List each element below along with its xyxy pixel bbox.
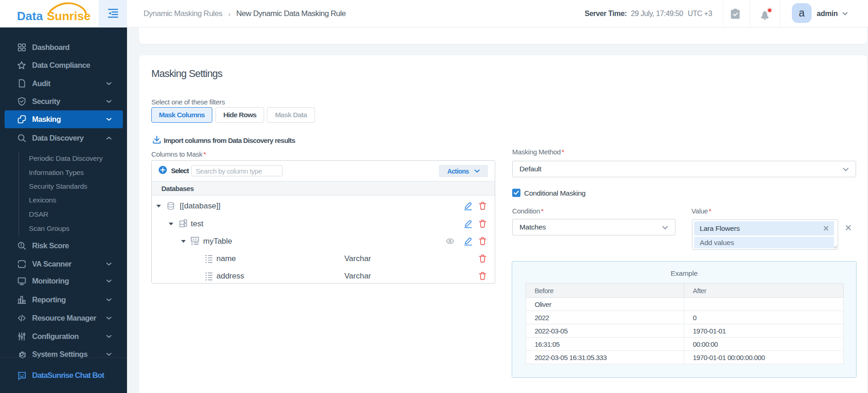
svg-text:Sunrise: Sunrise <box>47 9 90 23</box>
svg-text:Data: Data <box>17 9 43 23</box>
